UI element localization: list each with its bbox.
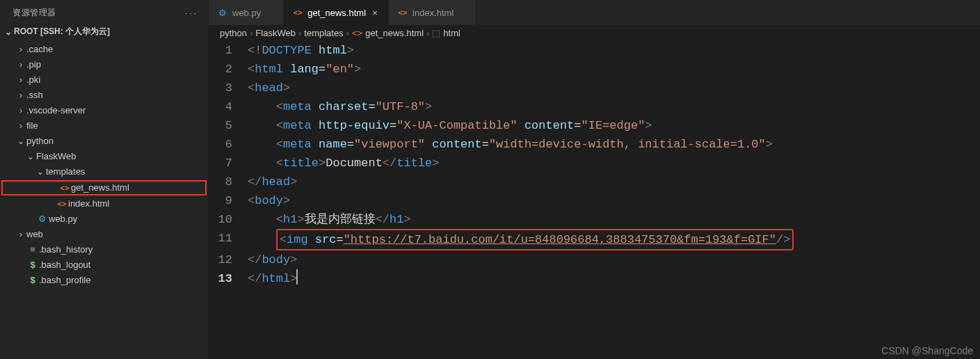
chevron-icon: ⌄ xyxy=(25,149,36,164)
line-number: 2 xyxy=(209,60,248,79)
sidebar: 资源管理器 ··· ⌄ ROOT [SSH: 个人华为云] ›.cache›.p… xyxy=(0,0,209,359)
folder-item[interactable]: ›.vscode-server xyxy=(0,103,208,118)
tree-label: web.py xyxy=(49,212,77,227)
file-item[interactable]: $.bash_profile xyxy=(0,273,208,288)
code-line[interactable]: 6 <meta name="viewport" content="width=d… xyxy=(209,135,980,154)
line-number: 9 xyxy=(209,191,248,210)
tab-label: web.py xyxy=(232,8,261,18)
html-icon: <> xyxy=(397,8,408,17)
chevron-down-icon: ⌄ xyxy=(3,27,14,37)
sidebar-header: 资源管理器 ··· xyxy=(0,0,208,22)
tree-label: get_news.html xyxy=(71,180,129,196)
symbol-icon: ⬚ xyxy=(432,28,440,38)
workspace-root-label: ROOT [SSH: 个人华为云] xyxy=(14,26,110,38)
breadcrumb-item[interactable]: html xyxy=(443,28,460,38)
tree-label: python xyxy=(26,134,54,149)
editor-tabs: ⚙web.py×<>get_news.html×<>index.html× xyxy=(209,0,980,25)
tree-label: web xyxy=(26,227,43,242)
line-number: 7 xyxy=(209,154,248,173)
file-item[interactable]: <>index.html xyxy=(0,196,208,212)
line-number: 4 xyxy=(209,97,248,116)
code-content: <img src="https://t7.baidu.com/it/u=8480… xyxy=(248,229,980,250)
editor-tab[interactable]: <>get_news.html× xyxy=(284,0,389,25)
tab-label: get_news.html xyxy=(307,8,366,18)
tree-label: .bash_logout xyxy=(39,257,90,273)
workspace-root[interactable]: ⌄ ROOT [SSH: 个人华为云] xyxy=(0,22,208,42)
file-item[interactable]: ⚙web.py xyxy=(0,212,208,227)
more-icon[interactable]: ··· xyxy=(185,8,198,18)
code-editor[interactable]: 1<!DOCTYPE html>2<html lang="en">3<head>… xyxy=(209,41,980,359)
chevron-right-icon: › xyxy=(298,28,301,38)
line-number: 6 xyxy=(209,135,248,154)
code-line[interactable]: 10 <h1>我是内部链接</h1> xyxy=(209,210,980,229)
code-line[interactable]: 11 <img src="https://t7.baidu.com/it/u=8… xyxy=(209,229,980,250)
code-line[interactable]: 4 <meta charset="UTF-8"> xyxy=(209,97,980,116)
file-item[interactable]: <>get_news.html xyxy=(1,180,207,196)
code-content: <html lang="en"> xyxy=(248,60,980,79)
code-content: <body> xyxy=(248,191,980,210)
chevron-right-icon: › xyxy=(426,28,429,38)
code-content: <meta name="viewport" content="width=dev… xyxy=(248,135,980,154)
tree-label: FlaskWeb xyxy=(36,149,77,164)
code-line[interactable]: 2<html lang="en"> xyxy=(209,60,980,79)
code-content: </head> xyxy=(248,173,980,191)
python-icon: ⚙ xyxy=(217,8,228,18)
code-line[interactable]: 3<head> xyxy=(209,79,980,97)
chevron-icon: ⌄ xyxy=(15,134,26,149)
folder-item[interactable]: ⌄FlaskWeb xyxy=(0,149,208,164)
chevron-icon: › xyxy=(15,57,26,72)
tree-label: .vscode-server xyxy=(26,103,86,118)
code-line[interactable]: 8</head> xyxy=(209,173,980,191)
folder-item[interactable]: ⌄python xyxy=(0,134,208,149)
chevron-icon: ⌄ xyxy=(35,164,46,180)
line-number: 13 xyxy=(209,269,248,288)
code-line[interactable]: 7 <title>Document</title> xyxy=(209,154,980,173)
editor-tab[interactable]: <>index.html× xyxy=(389,0,476,25)
code-content: <meta http-equiv="X-UA-Compatible" conte… xyxy=(248,116,980,135)
code-line[interactable]: 13</html> xyxy=(209,269,980,288)
chevron-icon: › xyxy=(15,42,26,57)
editor-tab[interactable]: ⚙web.py× xyxy=(209,0,284,25)
code-line[interactable]: 5 <meta http-equiv="X-UA-Compatible" con… xyxy=(209,116,980,135)
line-number: 8 xyxy=(209,173,248,191)
editor-group: ⚙web.py×<>get_news.html×<>index.html× py… xyxy=(209,0,980,359)
folder-item[interactable]: ›.pki xyxy=(0,72,208,88)
watermark: CSDN @ShangCode xyxy=(881,345,973,356)
chevron-icon: › xyxy=(15,88,26,103)
folder-item[interactable]: ›file xyxy=(0,118,208,134)
code-line[interactable]: 1<!DOCTYPE html> xyxy=(209,41,980,60)
breadcrumb-item[interactable]: templates xyxy=(304,28,343,38)
code-content: <head> xyxy=(248,79,980,97)
folder-item[interactable]: ⌄templates xyxy=(0,164,208,180)
close-icon[interactable]: × xyxy=(370,8,380,18)
code-line[interactable]: 12</body> xyxy=(209,250,980,269)
code-content: <title>Document</title> xyxy=(248,154,980,173)
chevron-icon: › xyxy=(15,227,26,242)
html-icon: <> xyxy=(292,8,303,17)
code-content: <meta charset="UTF-8"> xyxy=(248,97,980,116)
tree-label: .cache xyxy=(26,42,53,57)
tab-label: index.html xyxy=(412,8,453,18)
line-number: 12 xyxy=(209,250,248,269)
code-content: </html> xyxy=(248,269,980,288)
file-item[interactable]: ≡.bash_history xyxy=(0,242,208,257)
breadcrumb-item[interactable]: FlaskWeb xyxy=(255,28,296,38)
tree-label: .pki xyxy=(26,72,40,88)
breadcrumb-item[interactable]: python xyxy=(220,28,247,38)
line-number: 3 xyxy=(209,79,248,97)
folder-item[interactable]: ›.ssh xyxy=(0,88,208,103)
tree-label: .ssh xyxy=(26,88,43,103)
folder-item[interactable]: ›.pip xyxy=(0,57,208,72)
tree-label: .bash_profile xyxy=(39,273,90,288)
file-item[interactable]: $.bash_logout xyxy=(0,257,208,273)
file-tree: ›.cache›.pip›.pki›.ssh›.vscode-server›fi… xyxy=(0,42,208,359)
breadcrumb-item[interactable]: get_news.html xyxy=(365,28,424,38)
line-number: 10 xyxy=(209,210,248,229)
folder-item[interactable]: ›web xyxy=(0,227,208,242)
folder-item[interactable]: ›.cache xyxy=(0,42,208,57)
tree-label: .pip xyxy=(26,57,41,72)
tree-label: index.html xyxy=(68,196,109,212)
code-line[interactable]: 9<body> xyxy=(209,191,980,210)
explorer-title: 资源管理器 xyxy=(13,7,56,19)
chevron-icon: › xyxy=(15,118,26,134)
